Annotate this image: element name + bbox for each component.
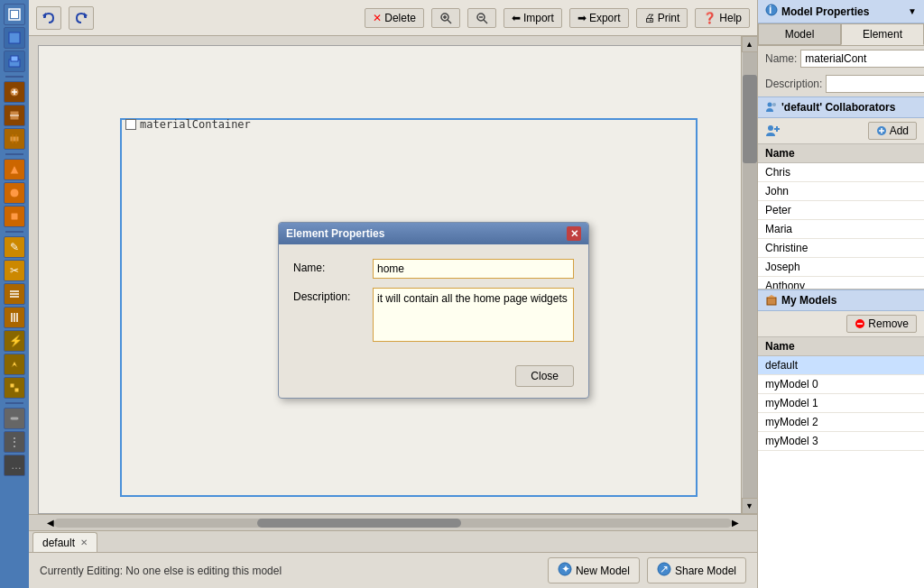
svg-text:i: i	[769, 4, 772, 16]
redo-button[interactable]	[69, 6, 94, 30]
my-models-title: My Models	[781, 294, 836, 307]
dialog-description-input[interactable]: it will contain all the home page widget…	[373, 288, 574, 342]
canvas-scroll-thumb[interactable]	[743, 75, 757, 164]
container-checkbox[interactable]	[125, 119, 136, 130]
toolbar-icon-11[interactable]	[4, 283, 25, 305]
collaborators-title: 'default' Collaborators	[781, 101, 895, 114]
share-model-button[interactable]: ↗ Share Model	[647, 557, 746, 583]
remove-icon	[855, 318, 865, 329]
model-2[interactable]: myModel 2	[758, 413, 924, 432]
status-bar: Currently Editing: No one else is editin…	[29, 552, 757, 588]
h-scroll-thumb[interactable]	[257, 519, 460, 528]
export-button[interactable]: ➡ Export	[569, 8, 629, 28]
dialog-name-label: Name:	[293, 259, 365, 274]
tab-model-label: Model	[785, 28, 815, 41]
model-default[interactable]: default	[758, 356, 924, 375]
toolbar-icon-1[interactable]	[4, 27, 25, 49]
dialog-close-btn[interactable]: Close	[515, 365, 574, 387]
h-scroll-track[interactable]	[54, 519, 732, 528]
collaborators-list-header: Name	[758, 144, 924, 163]
share-model-icon: ↗	[657, 562, 671, 579]
panel-description-input[interactable]	[826, 75, 924, 93]
svg-text:✎: ✎	[10, 241, 19, 253]
svg-text:✂: ✂	[10, 264, 19, 277]
toolbar-icon-2[interactable]	[4, 51, 25, 72]
canvas-scroll-down-btn[interactable]: ▼	[742, 498, 758, 514]
collaborator-maria[interactable]: Maria	[758, 220, 924, 239]
h-scroll-right-btn[interactable]: ▶	[732, 518, 739, 528]
toolbar-icon-12[interactable]	[4, 307, 25, 328]
my-models-icon	[765, 294, 778, 307]
top-toolbar: ✕ Delete ⬅ Import ➡ Export 🖨 Print ❓ Hel…	[29, 0, 757, 36]
export-icon: ➡	[578, 12, 587, 24]
panel-name-input[interactable]	[800, 50, 924, 68]
collaborator-anthony[interactable]: Anthony	[758, 277, 924, 289]
canvas-scroll-up-btn[interactable]: ▲	[742, 36, 758, 52]
toolbar-icon-8[interactable]	[4, 206, 25, 227]
new-model-button[interactable]: ✦ New Model	[548, 557, 640, 583]
remove-model-button[interactable]: Remove	[846, 315, 917, 333]
dialog-title-bar[interactable]: Element Properties ✕	[279, 223, 588, 244]
tab-default[interactable]: default ✕	[32, 532, 97, 552]
collaborator-peter[interactable]: Peter	[758, 201, 924, 220]
collaborator-chris[interactable]: Chris	[758, 163, 924, 182]
svg-text:⚡: ⚡	[9, 335, 21, 347]
canvas-scroll[interactable]: materialContainer Element Properties ✕ N…	[29, 36, 741, 514]
toolbar-icon-7[interactable]	[4, 182, 25, 204]
models-col-header-text: Name	[765, 340, 795, 353]
h-scroll-left-btn[interactable]: ◀	[47, 518, 54, 528]
toolbar-icon-6[interactable]	[4, 159, 25, 180]
canvas-scroll-track[interactable]	[743, 52, 757, 498]
status-text: Currently Editing: No one else is editin…	[40, 565, 541, 577]
svg-text:✦: ✦	[561, 563, 570, 575]
toolbar-icon-18[interactable]: …	[4, 455, 25, 476]
panel-collapse-button[interactable]: ▼	[908, 6, 917, 16]
tab-model[interactable]: Model	[758, 23, 841, 45]
add-icon	[876, 125, 887, 136]
toolbar-icon-5[interactable]	[4, 128, 25, 150]
collaborator-christine[interactable]: Christine	[758, 239, 924, 258]
zoom-out-button[interactable]	[467, 8, 496, 28]
toolbar-icon-9[interactable]: ✎	[4, 236, 25, 258]
toolbar-icon-10[interactable]: ✂	[4, 260, 25, 281]
model-3[interactable]: myModel 3	[758, 432, 924, 451]
model-1[interactable]: myModel 1	[758, 394, 924, 413]
print-button[interactable]: 🖨 Print	[636, 8, 688, 28]
svg-point-46	[768, 125, 773, 131]
toolbar-icon-17[interactable]: ⋮⋮	[4, 431, 25, 453]
svg-rect-25	[14, 388, 19, 392]
horizontal-scrollbar[interactable]: ◀ ▶	[29, 514, 757, 530]
toolbar-top-icon[interactable]	[4, 4, 25, 25]
tab-element[interactable]: Element	[841, 23, 924, 45]
left-toolbar: ✎ ✂ ⚡ ⋮⋮ …	[0, 0, 29, 588]
add-collaborator-button[interactable]: Add	[868, 122, 917, 140]
zoom-in-button[interactable]	[431, 8, 460, 28]
help-label: Help	[719, 12, 742, 24]
toolbar-icon-4[interactable]	[4, 105, 25, 126]
import-button[interactable]: ⬅ Import	[504, 8, 562, 28]
model-properties-title: Model Properties	[781, 5, 869, 18]
models-toolbar: Remove	[758, 311, 924, 337]
svg-rect-26	[10, 417, 19, 420]
toolbar-icon-15[interactable]	[4, 377, 25, 399]
dialog-close-button[interactable]: ✕	[567, 226, 581, 241]
toolbar-icon-3[interactable]	[4, 81, 25, 103]
dialog-description-field: Description: it will contain all the hom…	[293, 288, 574, 342]
dialog-title: Element Properties	[286, 227, 384, 240]
delete-button[interactable]: ✕ Delete	[365, 8, 424, 28]
tab-default-close[interactable]: ✕	[80, 537, 88, 547]
dialog-name-input[interactable]	[373, 259, 574, 279]
canvas: materialContainer Element Properties ✕ N…	[38, 45, 741, 514]
undo-button[interactable]	[36, 6, 61, 30]
svg-line-32	[448, 20, 451, 23]
collaborators-toolbar: Add	[758, 118, 924, 144]
tab-default-label: default	[42, 537, 75, 549]
toolbar-icon-14[interactable]	[4, 354, 25, 375]
toolbar-icon-13[interactable]: ⚡	[4, 330, 25, 352]
help-button[interactable]: ❓ Help	[695, 8, 750, 28]
collaborator-joseph[interactable]: Joseph	[758, 258, 924, 277]
toolbar-icon-16[interactable]	[4, 408, 25, 429]
model-0[interactable]: myModel 0	[758, 375, 924, 394]
collaborator-john[interactable]: John	[758, 182, 924, 201]
canvas-vertical-scrollbar[interactable]: ▲ ▼	[741, 36, 757, 514]
